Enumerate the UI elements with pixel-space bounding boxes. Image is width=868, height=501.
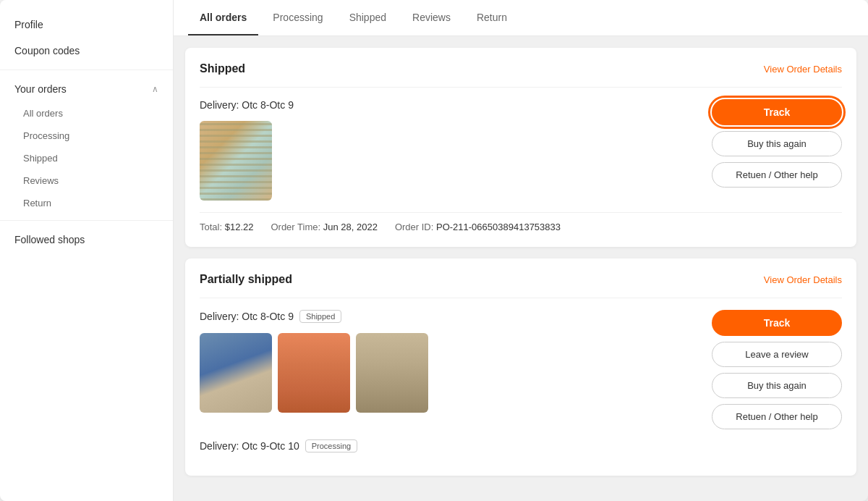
- order-total-1: Total: $12.22: [200, 222, 253, 232]
- product-image-denim: [200, 333, 272, 413]
- track-button-1[interactable]: Track: [712, 99, 842, 125]
- sidebar-your-orders[interactable]: Your orders ∧: [0, 76, 173, 102]
- buy-again-button-2[interactable]: Buy this again: [712, 373, 842, 398]
- order-footer-1: Total: $12.22 Order Time: Jun 28, 2022 O…: [200, 212, 842, 232]
- orders-scroll: Shipped View Order Details Delivery: Otc…: [174, 36, 868, 501]
- sidebar-item-all-orders[interactable]: All orders: [0, 102, 173, 125]
- product-images-2a: [200, 333, 428, 413]
- sidebar-item-followed-shops[interactable]: Followed shops: [0, 227, 173, 253]
- sidebar-item-processing[interactable]: Processing: [0, 125, 173, 147]
- view-order-details-1[interactable]: View Order Details: [764, 64, 842, 75]
- sidebar-item-coupon-codes[interactable]: Coupon codes: [0, 38, 173, 64]
- sidebar-item-shipped[interactable]: Shipped: [0, 147, 173, 169]
- status-badge-shipped-2a: Shipped: [299, 310, 341, 323]
- sidebar-item-reviews[interactable]: Reviews: [0, 169, 173, 192]
- leave-review-button-2[interactable]: Leave a review: [712, 342, 842, 367]
- order-card-partial: Partially shipped View Order Details Del…: [185, 258, 856, 476]
- order-status-shipped: Shipped: [200, 62, 245, 75]
- sidebar-divider: [0, 70, 173, 70]
- delivery-left-1: Delivery: Otc 8-Otc 9: [200, 99, 294, 201]
- order-time-1: Order Time: Jun 28, 2022: [271, 222, 377, 232]
- order-status-partial: Partially shipped: [200, 273, 292, 286]
- tab-return[interactable]: Return: [465, 0, 519, 35]
- return-help-button-2[interactable]: Retuen / Other help: [712, 404, 842, 429]
- tab-processing[interactable]: Processing: [261, 0, 334, 35]
- delivery-date-2a: Delivery: Otc 8-Otc 9 Shipped: [200, 310, 428, 323]
- order-divider-2: [200, 298, 842, 298]
- status-badge-processing-2b: Processing: [305, 439, 357, 452]
- delivery-date-1: Delivery: Otc 8-Otc 9: [200, 99, 294, 111]
- order-card-header-1: Shipped View Order Details: [200, 62, 842, 75]
- product-images-1: [200, 121, 294, 201]
- main-content: All orders Processing Shipped Reviews Re…: [174, 0, 868, 501]
- product-image-tan-tank: [356, 333, 428, 413]
- tab-shipped[interactable]: Shipped: [338, 0, 398, 35]
- sidebar-divider-2: [0, 220, 173, 221]
- action-buttons-1: Track Buy this again Retuen / Other help: [712, 99, 842, 188]
- delivery-left-2b: Delivery: Otc 9-Otc 10 Processing: [200, 439, 357, 452]
- return-help-button-1[interactable]: Retuen / Other help: [712, 162, 842, 188]
- chevron-up-icon: ∧: [152, 84, 158, 94]
- action-buttons-2a: Track Leave a review Buy this again Retu…: [712, 310, 842, 429]
- order-card-header-2: Partially shipped View Order Details: [200, 273, 842, 286]
- order-delivery-row-1: Delivery: Otc 8-Otc 9 Track Buy this aga…: [200, 99, 842, 201]
- order-card-shipped: Shipped View Order Details Delivery: Otc…: [185, 48, 856, 247]
- order-delivery-row-2b: Delivery: Otc 9-Otc 10 Processing: [200, 439, 842, 452]
- delivery-date-2b: Delivery: Otc 9-Otc 10 Processing: [200, 439, 357, 452]
- view-order-details-2[interactable]: View Order Details: [764, 274, 842, 285]
- sidebar-item-return[interactable]: Return: [0, 192, 173, 214]
- product-image-orange-dress: [278, 333, 350, 413]
- app-container: Profile Coupon codes Your orders ∧ All o…: [0, 0, 868, 501]
- sidebar: Profile Coupon codes Your orders ∧ All o…: [0, 0, 174, 501]
- order-divider-1: [200, 87, 842, 88]
- product-image-cardigan: [200, 121, 272, 201]
- order-id-1: Order ID: PO-211-06650389413753833: [395, 222, 561, 232]
- track-button-2[interactable]: Track: [712, 310, 842, 336]
- order-delivery-row-2a: Delivery: Otc 8-Otc 9 Shipped Track Leav…: [200, 310, 842, 429]
- buy-again-button-1[interactable]: Buy this again: [712, 131, 842, 156]
- tabs-bar: All orders Processing Shipped Reviews Re…: [174, 0, 868, 36]
- sidebar-item-profile[interactable]: Profile: [0, 12, 173, 38]
- delivery-left-2a: Delivery: Otc 8-Otc 9 Shipped: [200, 310, 428, 413]
- tab-reviews[interactable]: Reviews: [401, 0, 462, 35]
- tab-all-orders[interactable]: All orders: [188, 0, 258, 35]
